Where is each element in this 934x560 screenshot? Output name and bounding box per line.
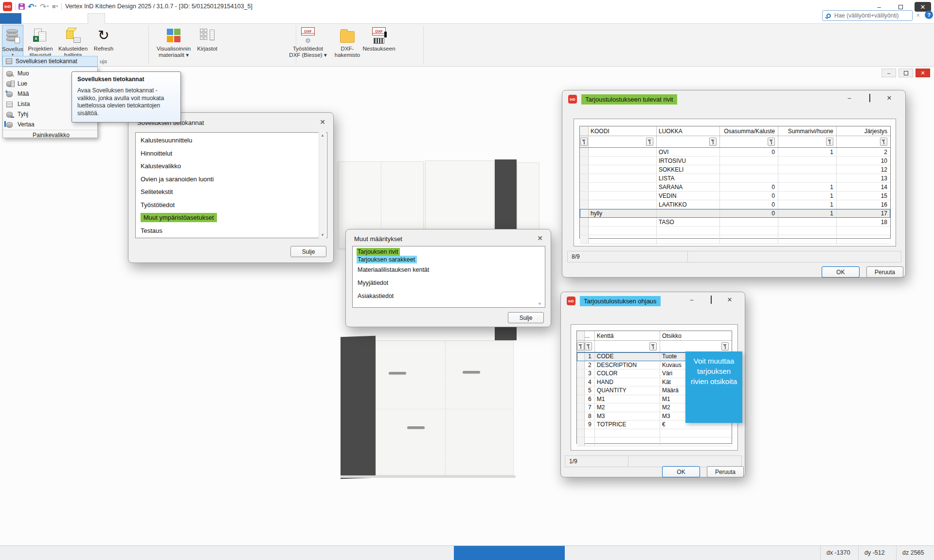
cell-summarivi[interactable] (778, 235, 837, 244)
list-item[interactable]: Hinnoittelut (136, 147, 327, 160)
ribbon-tab[interactable] (88, 13, 105, 24)
cell-luokka[interactable]: VEDIN (657, 192, 720, 200)
cell-summarivi[interactable]: 1 (778, 209, 837, 217)
cell-koodi[interactable] (589, 148, 657, 156)
table-row[interactable] (577, 438, 732, 446)
dialog-maximize-button[interactable] (862, 94, 877, 102)
cell-osasumma[interactable] (720, 235, 778, 244)
filter-icon[interactable] (580, 138, 588, 146)
header-otsikko[interactable]: Otsikko (660, 331, 732, 340)
ribbon-tab[interactable] (38, 13, 54, 24)
dialog-minimize-button[interactable]: – (684, 296, 699, 303)
dialog-maximize-button[interactable] (704, 296, 718, 303)
table-row[interactable]: SOKKELI 12 (580, 165, 890, 174)
filter-icon[interactable] (646, 138, 653, 146)
cell-luokka[interactable]: SARANA (657, 183, 720, 191)
cell-jarjestys[interactable] (837, 235, 890, 244)
row-selector-cell[interactable] (577, 420, 585, 429)
cell-koodi[interactable] (589, 174, 657, 182)
row-selector-cell[interactable] (577, 438, 585, 446)
header-dots[interactable]: ... (585, 331, 595, 340)
cell-luokka[interactable]: LAATIKKO (657, 200, 720, 209)
row-selector-cell[interactable] (580, 165, 589, 174)
cell-kentta[interactable] (595, 438, 660, 446)
cell-kentta[interactable]: TOTPRICE (595, 420, 660, 429)
cell-luokka[interactable]: TASO (657, 218, 720, 226)
cell-koodi[interactable] (589, 218, 657, 226)
dialog-minimize-button[interactable]: – (842, 94, 857, 102)
header-summarivi[interactable]: Summarivi/huone (778, 126, 837, 136)
cell-jarjestys[interactable]: 2 (837, 148, 890, 156)
list-item[interactable]: Muut ympäristöasetukset (136, 211, 327, 225)
visualisoinnin-materiaalit-button[interactable]: Visualisoinnin materiaalit ▾ (154, 25, 194, 58)
sulje-button[interactable]: Sulje (290, 246, 326, 257)
cell-kentta[interactable]: HAND (595, 378, 660, 386)
cell-summarivi[interactable] (778, 218, 837, 226)
filter-icon[interactable] (721, 342, 729, 350)
cell-koodi[interactable] (589, 192, 657, 200)
table-row[interactable] (577, 429, 732, 438)
row-selector-cell[interactable] (580, 148, 589, 156)
close-button[interactable]: ✕ (915, 2, 931, 12)
cell-osasumma[interactable]: 0 (720, 183, 778, 191)
undo-button[interactable]: ↶▾ (28, 1, 36, 11)
filter-icon[interactable] (826, 138, 833, 146)
collapse-ribbon-icon[interactable]: ˄ (916, 12, 919, 18)
cell-otsikko[interactable] (660, 429, 732, 438)
table-row[interactable]: LISTA 13 (580, 174, 890, 183)
nestaukseen-button[interactable]: DXF Nestaukseen (363, 25, 395, 52)
ok-button[interactable]: OK (822, 266, 860, 278)
row-selector-cell[interactable] (577, 412, 585, 420)
sulje-button[interactable]: Sulje (508, 312, 544, 323)
row-selector-cell[interactable] (577, 386, 585, 395)
cell-koodi[interactable] (589, 165, 657, 174)
search-input[interactable] (834, 12, 907, 19)
row-selector-cell[interactable] (577, 403, 585, 412)
row-selector-cell[interactable] (577, 361, 585, 369)
header-osasumma[interactable]: Osasumma/Kaluste (720, 126, 778, 136)
list-item[interactable]: Kalustesuunnittelu (136, 134, 327, 147)
ribbon-tab[interactable] (54, 13, 71, 24)
row-selector-cell[interactable] (580, 174, 589, 182)
peruuta-button[interactable]: Peruuta (707, 466, 744, 477)
header-jarjestys[interactable]: Järjestys (837, 126, 890, 136)
filter-icon[interactable] (577, 342, 584, 350)
list-item[interactable]: Asiakastiedot (357, 290, 545, 303)
list-item[interactable]: Tarjouksen rivit (357, 248, 545, 256)
cell-jarjestys[interactable]: 13 (837, 174, 890, 182)
cell-luokka[interactable]: SOKKELI (657, 165, 720, 174)
cell-kentta[interactable]: M3 (595, 412, 660, 420)
tyostotiedot-dxf-button[interactable]: DXF⚙ Työstötiedot DXF (Biesse) ▾ (289, 25, 327, 58)
ribbon-tab[interactable] (21, 13, 38, 24)
cell-jarjestys[interactable]: 15 (837, 192, 890, 200)
cell-luokka[interactable]: LISTA (657, 174, 720, 182)
dialog-close-button[interactable]: ✕ (882, 94, 897, 102)
close-icon[interactable]: ✕ (320, 118, 325, 126)
cell-jarjestys[interactable] (837, 227, 890, 235)
ribbon-tab[interactable] (0, 13, 21, 24)
dxf-hakemisto-button[interactable]: DXF-hakemisto (333, 25, 362, 58)
cell-koodi[interactable] (589, 235, 657, 244)
filter-icon[interactable] (768, 138, 775, 146)
mdi-minimize-button[interactable]: – (881, 69, 896, 77)
cell-kentta[interactable]: M1 (595, 395, 660, 403)
cell-kentta[interactable]: M2 (595, 403, 660, 412)
cell-luokka[interactable] (657, 209, 720, 217)
row-selector-cell[interactable] (580, 183, 589, 191)
filter-icon[interactable] (585, 342, 592, 350)
cell-otsikko[interactable] (660, 438, 732, 446)
cell-kentta[interactable]: CODE (595, 352, 660, 361)
cell-summarivi[interactable]: 1 (778, 192, 837, 200)
ok-button[interactable]: OK (662, 466, 700, 477)
cell-kentta[interactable]: QUANTITY (595, 386, 660, 395)
row-selector-cell[interactable] (580, 218, 589, 226)
cell-osasumma[interactable] (720, 174, 778, 182)
table-row[interactable]: SARANA 0 1 14 (580, 183, 890, 192)
cell-jarjestys[interactable]: 12 (837, 165, 890, 174)
help-button[interactable]: ? (925, 11, 933, 19)
search-box[interactable] (822, 10, 913, 21)
row-selector-cell[interactable] (580, 192, 589, 200)
filter-icon[interactable] (709, 138, 717, 146)
scrollbar[interactable]: ▲ ▼ (319, 132, 326, 238)
table-row[interactable]: TASO 18 (580, 218, 890, 227)
